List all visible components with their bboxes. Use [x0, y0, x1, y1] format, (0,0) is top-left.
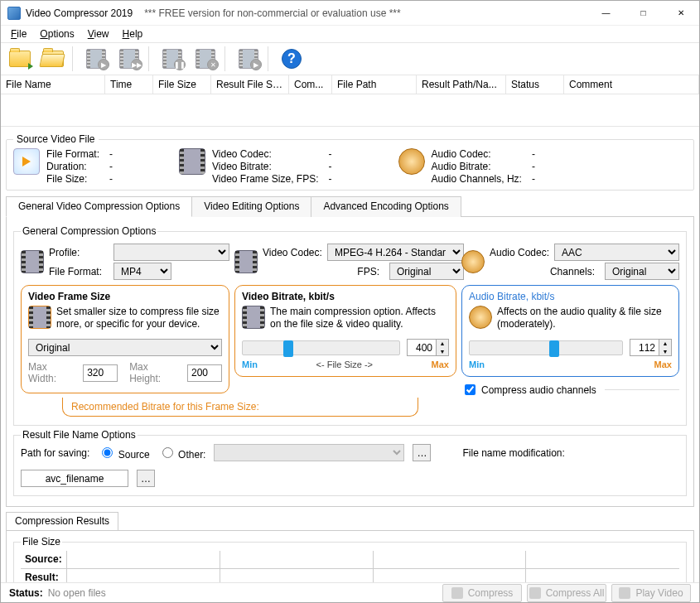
film-icon	[21, 250, 44, 273]
col-filename[interactable]: File Name	[1, 75, 105, 94]
source-file-group: Source Video File File Format:- Duration…	[6, 133, 694, 191]
audio-bitrate-input[interactable]	[630, 339, 659, 356]
speaker-icon	[469, 306, 492, 329]
audio-bitrate-box: Audio Bitrate, kbit/s Affects on the aud…	[461, 285, 679, 377]
video-bitrate-stepper[interactable]: ▲▼	[407, 339, 449, 356]
filelist-header: File Name Time File Size Result File Siz…	[1, 75, 699, 94]
channels-select[interactable]: Original	[605, 263, 679, 280]
file-format-select[interactable]: MP4	[113, 263, 171, 280]
path-browse-button[interactable]: …	[413, 444, 431, 461]
toolbar: ▶ ▶▶ ❚❚ ✕ ▶ ?	[1, 42, 699, 75]
fps-select[interactable]: Original	[389, 263, 464, 280]
filename-mod-input[interactable]	[21, 470, 128, 487]
window-title: Video Compressor 2019	[26, 7, 133, 19]
play-icon	[13, 148, 40, 175]
compress-button[interactable]: Compress	[442, 584, 522, 602]
speaker-icon	[461, 250, 485, 273]
maximize-button[interactable]: □	[625, 1, 662, 25]
filename-mod-button[interactable]: …	[137, 470, 155, 487]
tab-results[interactable]: Compression Results	[6, 512, 118, 530]
profile-select[interactable]	[113, 244, 229, 261]
video-bitrate-input[interactable]	[407, 339, 437, 356]
video-codec-select[interactable]: MPEG-4 H.264 - Standar	[327, 244, 464, 261]
options-tab-body: General Compression Options Profile: Fil…	[6, 217, 694, 507]
pause-button[interactable]: ❚❚	[157, 45, 188, 73]
film-icon	[179, 148, 205, 175]
path-source-radio[interactable]: Source	[98, 445, 149, 461]
compress-audio-checkbox[interactable]	[465, 384, 476, 395]
title-bar: Video Compressor 2019 *** FREE version f…	[1, 1, 699, 26]
options-tabs: General Video Compression Options Video …	[6, 195, 694, 217]
film-icon	[242, 306, 265, 329]
help-button[interactable]: ?	[276, 45, 307, 73]
play-video-button[interactable]: ▶	[233, 45, 264, 73]
menu-bar: File Options View Help	[1, 26, 699, 42]
frame-size-select[interactable]: Original	[28, 339, 222, 356]
audio-bitrate-slider[interactable]	[469, 340, 623, 355]
open-folder-button[interactable]	[37, 45, 69, 73]
audio-bitrate-stepper[interactable]: ▲▼	[630, 339, 672, 356]
tab-advanced[interactable]: Advanced Encoding Options	[311, 196, 461, 217]
col-time[interactable]: Time	[105, 75, 153, 94]
col-filepath[interactable]: File Path	[332, 75, 417, 94]
source-file-legend: Source Video File	[13, 133, 99, 145]
max-width-input[interactable]	[83, 364, 118, 382]
max-height-input[interactable]	[187, 364, 222, 382]
col-result-size[interactable]: Result File Size	[211, 75, 289, 94]
resize-icon	[28, 306, 51, 329]
compress-all-button[interactable]: ▶▶	[113, 45, 145, 73]
video-bitrate-slider[interactable]	[242, 340, 400, 355]
filelist-body[interactable]	[1, 94, 699, 124]
tab-editing[interactable]: Video Editing Options	[191, 196, 311, 217]
col-result-path[interactable]: Result Path/Na...	[417, 75, 506, 94]
play-video-button[interactable]: Play Video	[611, 584, 691, 602]
status-bar: Status: No open files Compress Compress …	[1, 582, 699, 602]
audio-codec-select[interactable]: AAC	[554, 244, 679, 261]
menu-file[interactable]: File	[4, 27, 33, 41]
stop-button[interactable]: ✕	[190, 45, 221, 73]
app-icon	[7, 7, 21, 20]
compress-one-button[interactable]: ▶	[80, 45, 112, 73]
video-bitrate-box: Video Bitrate, kbit/s The main compressi…	[234, 285, 456, 377]
col-comment[interactable]: Comment	[564, 75, 699, 94]
recommended-bitrate-bar: Recommended Bitrate for this Frame Size:	[62, 398, 418, 417]
menu-view[interactable]: View	[81, 27, 116, 41]
result-filename-group: Result File Name Options Path for saving…	[13, 429, 687, 496]
path-other-radio[interactable]: Other:	[158, 445, 206, 461]
compress-all-button[interactable]: Compress All	[527, 584, 606, 602]
menu-help[interactable]: Help	[116, 27, 150, 41]
close-button[interactable]: ✕	[662, 1, 699, 25]
col-status[interactable]: Status	[506, 75, 564, 94]
col-compression[interactable]: Com...	[289, 75, 332, 94]
general-compression-group: General Compression Options Profile: Fil…	[13, 225, 687, 426]
speaker-icon	[398, 148, 425, 175]
path-other-select	[214, 444, 404, 461]
film-icon	[234, 250, 258, 273]
minimize-button[interactable]: —	[587, 1, 625, 25]
frame-size-box: Video Frame Size Set smaller size to com…	[21, 285, 229, 393]
menu-options[interactable]: Options	[33, 27, 80, 41]
open-file-button[interactable]	[4, 45, 36, 73]
col-filesize[interactable]: File Size	[153, 75, 211, 94]
tab-general[interactable]: General Video Compression Options	[6, 196, 192, 217]
window-subtitle: *** FREE version for non-commercial or e…	[144, 7, 400, 19]
